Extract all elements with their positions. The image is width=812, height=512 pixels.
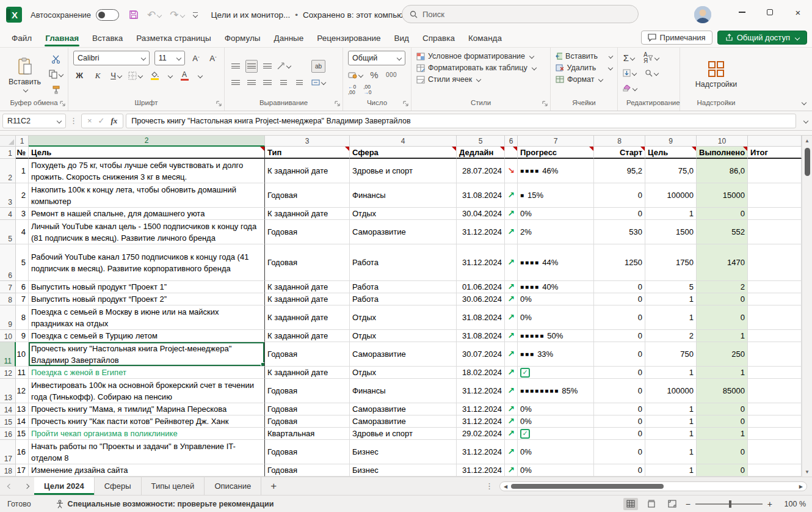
- cell-start[interactable]: 0: [594, 428, 645, 440]
- cell-trend[interactable]: ↗: [505, 403, 518, 415]
- header-cell-start[interactable]: Старт: [594, 147, 645, 159]
- vertical-scroll-thumb[interactable]: [805, 148, 810, 176]
- cell-goal[interactable]: Выпустить новый продукт “Проект 1”: [29, 281, 265, 293]
- cell-sphere[interactable]: Отдых: [350, 330, 457, 342]
- cell-num[interactable]: 17: [16, 464, 29, 477]
- cell-num[interactable]: 6: [16, 281, 29, 293]
- cell-goal[interactable]: Ремонт в нашей спальне, для домашнего ую…: [29, 208, 265, 220]
- cell-deadline[interactable]: 31.08.2024: [457, 330, 505, 342]
- cell-progress[interactable]: 0%: [518, 208, 594, 220]
- menu-tab-Рецензирование[interactable]: Рецензирование: [310, 31, 387, 45]
- cell-done[interactable]: 2: [697, 281, 748, 293]
- header-cell-sphere[interactable]: Сфера: [350, 147, 457, 159]
- cell-goal[interactable]: Похудеть до 75 кг, чтобы лучше себя чувс…: [29, 159, 265, 183]
- cell-goal[interactable]: Прочесть книгу "Мама, я тимлид" Марина П…: [29, 403, 265, 415]
- increase-indent-icon[interactable]: [293, 76, 305, 89]
- cell-type[interactable]: К заданной дате: [265, 281, 350, 293]
- align-top-icon[interactable]: [230, 60, 242, 73]
- dialog-launcher-icon[interactable]: [542, 101, 548, 108]
- menu-tab-Вставка[interactable]: Вставка: [85, 31, 129, 45]
- cell-target[interactable]: 1: [645, 305, 697, 330]
- avatar[interactable]: [694, 6, 711, 23]
- accessibility-status[interactable]: Специальные возможности: проверьте реком…: [56, 500, 274, 508]
- cell-trend[interactable]: ↗: [505, 464, 518, 477]
- cell-type[interactable]: Годовая: [265, 464, 350, 477]
- fill-color-button[interactable]: [148, 69, 161, 82]
- fill-button[interactable]: [623, 67, 636, 79]
- cell-done[interactable]: 1: [697, 428, 748, 440]
- menu-tab-Разметка страницы[interactable]: Разметка страницы: [129, 31, 217, 45]
- cell-total[interactable]: [748, 415, 802, 428]
- row-header[interactable]: 17: [0, 440, 16, 464]
- cell-num[interactable]: 14: [16, 415, 29, 428]
- row-header[interactable]: 15: [0, 415, 16, 428]
- cell-start[interactable]: 0: [594, 293, 645, 305]
- cell-sphere[interactable]: Финансы: [350, 379, 457, 403]
- cell-trend[interactable]: ↗: [505, 281, 518, 293]
- wrap-text-button[interactable]: ab: [311, 60, 325, 73]
- scroll-right-icon[interactable]: ▶: [799, 484, 803, 489]
- cell-total[interactable]: [748, 159, 802, 183]
- cell-done[interactable]: 0: [697, 208, 748, 220]
- cell-goal[interactable]: Инвестировать 100к на основной брокерски…: [29, 379, 265, 403]
- cell-done[interactable]: 0: [697, 415, 748, 428]
- cell-sphere[interactable]: Здровье и спорт: [350, 159, 457, 183]
- cell-start[interactable]: 0: [594, 464, 645, 477]
- cell-progress[interactable]: 0%: [518, 464, 594, 477]
- copy-button[interactable]: [49, 68, 63, 81]
- sheet-tab-Сферы[interactable]: Сферы: [95, 477, 142, 495]
- cell-total[interactable]: [748, 428, 802, 440]
- cell-deadline[interactable]: 29.02.2024: [457, 428, 505, 440]
- cell-start[interactable]: 0: [594, 403, 645, 415]
- cell-progress[interactable]: 0%: [518, 305, 594, 330]
- horizontal-scroll-thumb[interactable]: [511, 484, 664, 489]
- cell-target[interactable]: 1: [645, 403, 697, 415]
- cell-done[interactable]: 1: [697, 367, 748, 379]
- row-header[interactable]: 12: [0, 367, 16, 379]
- header-cell-deadline[interactable]: Дедлайн: [457, 147, 505, 159]
- cell-goal[interactable]: Выпустить новый продукт “Проект 2”: [29, 293, 265, 305]
- cell-type[interactable]: К заданной дате: [265, 208, 350, 220]
- paste-button[interactable]: Вставить: [5, 51, 45, 98]
- cell-total[interactable]: [748, 244, 802, 281]
- cell-trend[interactable]: ↗: [505, 305, 518, 330]
- dialog-launcher-icon[interactable]: [403, 101, 409, 108]
- name-box[interactable]: R11C2: [2, 114, 66, 128]
- cell-trend[interactable]: ↗: [505, 293, 518, 305]
- cell-progress[interactable]: 0%: [518, 440, 594, 464]
- cell-done[interactable]: 0: [697, 293, 748, 305]
- minimize-button[interactable]: [728, 0, 756, 24]
- cell-goal[interactable]: Поездка с семьей в Москву в июне или на …: [29, 305, 265, 330]
- dialog-launcher-icon[interactable]: [60, 101, 66, 108]
- menu-tab-Данные[interactable]: Данные: [267, 31, 311, 45]
- cell-type[interactable]: К заданной дате: [265, 293, 350, 305]
- cell-progress[interactable]: ■■■■46%: [518, 159, 594, 183]
- zoom-in-icon[interactable]: +: [767, 499, 772, 509]
- cell-target[interactable]: 1: [645, 293, 697, 305]
- cell-trend[interactable]: ↗: [505, 244, 518, 281]
- cell-trend[interactable]: ↘: [505, 159, 518, 183]
- header-cell-type[interactable]: Тип: [265, 147, 350, 159]
- zoom-level[interactable]: 100 %: [778, 500, 806, 508]
- cell-sphere[interactable]: Работа: [350, 281, 457, 293]
- cell-progress[interactable]: ■■■■44%: [518, 244, 594, 281]
- cell-num[interactable]: 12: [16, 379, 29, 403]
- cell-trend[interactable]: ↗: [505, 367, 518, 379]
- namebox-handle[interactable]: ⋮: [68, 116, 79, 125]
- sheet-tab-active[interactable]: Цели 2024: [34, 477, 95, 495]
- cell-total[interactable]: [748, 330, 802, 342]
- row-header[interactable]: 10: [0, 330, 16, 342]
- bold-button[interactable]: Ж: [73, 69, 85, 82]
- cell-trend[interactable]: ↗: [505, 220, 518, 244]
- cell-total[interactable]: [748, 440, 802, 464]
- cell-progress[interactable]: 0%: [518, 293, 594, 305]
- currency-format-icon[interactable]: [348, 68, 363, 81]
- cell-start[interactable]: 0: [594, 183, 645, 208]
- add-sheet-button[interactable]: +: [261, 477, 286, 495]
- redo-icon[interactable]: ↷: [170, 9, 184, 21]
- cell-num[interactable]: 2: [16, 183, 29, 208]
- cell-target[interactable]: 1: [645, 428, 697, 440]
- cell-num[interactable]: 10: [16, 342, 29, 367]
- column-header[interactable]: 5: [457, 136, 505, 147]
- cell-target[interactable]: 5: [645, 281, 697, 293]
